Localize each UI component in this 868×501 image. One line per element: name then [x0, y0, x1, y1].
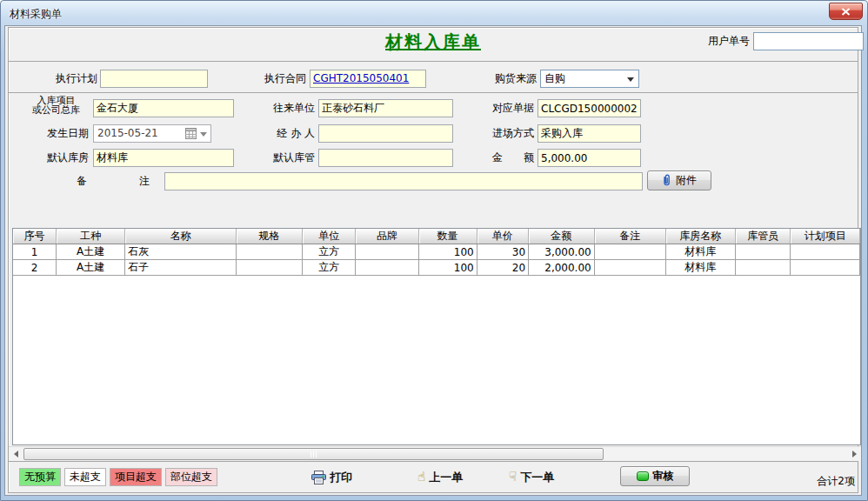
default-keeper-label: 默认库管: [240, 149, 315, 167]
scrollbar-thumb[interactable]: [23, 448, 604, 460]
column-header[interactable]: 数量: [418, 229, 477, 244]
column-header[interactable]: 规格: [237, 229, 303, 244]
status-badge: 部位超支: [165, 468, 217, 486]
horizontal-scrollbar[interactable]: [9, 446, 861, 460]
handler-label: 经 办 人: [240, 124, 315, 143]
column-header[interactable]: 金额: [529, 229, 595, 244]
calendar-icon: [185, 128, 197, 139]
table-cell[interactable]: [237, 260, 303, 276]
column-header[interactable]: 名称: [125, 229, 237, 244]
table-cell[interactable]: A土建: [57, 244, 125, 260]
close-icon: [841, 8, 851, 16]
titlebar[interactable]: 材料采购单: [1, 1, 867, 25]
divider: [9, 461, 858, 462]
table-cell[interactable]: 100: [418, 244, 477, 260]
table-cell[interactable]: 20: [477, 260, 528, 276]
table-header-row: 序号工种名称规格单位品牌数量单价金额备注库房名称库管员计划项目: [13, 229, 860, 244]
table-cell[interactable]: [735, 260, 791, 276]
table-cell[interactable]: 材料库: [665, 244, 735, 260]
handler-input[interactable]: [318, 124, 453, 143]
window-title: 材料采购单: [10, 7, 62, 22]
exec-plan-input[interactable]: [100, 70, 208, 88]
date-label: 发生日期: [21, 124, 89, 143]
column-header[interactable]: 品牌: [356, 229, 418, 244]
print-button[interactable]: 打印: [311, 468, 352, 486]
exec-contract-field[interactable]: CGHT2015050401: [310, 70, 426, 88]
table-cell[interactable]: 立方: [303, 260, 356, 276]
print-label: 打印: [330, 470, 352, 485]
divider: [9, 61, 858, 62]
remark-input[interactable]: [164, 172, 643, 190]
next-order-button[interactable]: ☟ 下一单: [509, 468, 554, 486]
audit-icon: [637, 471, 649, 481]
table-cell[interactable]: [356, 260, 418, 276]
table-cell[interactable]: [237, 244, 303, 260]
scroll-left-button[interactable]: [9, 447, 23, 461]
table-cell[interactable]: 2,000.00: [529, 260, 595, 276]
audit-label: 审核: [653, 469, 674, 484]
table-cell[interactable]: [356, 244, 418, 260]
column-header[interactable]: 备注: [594, 229, 665, 244]
column-header[interactable]: 工种: [57, 229, 125, 244]
default-warehouse-label: 默认库房: [21, 149, 89, 167]
chevron-down-icon: [200, 132, 207, 137]
column-header[interactable]: 计划项目: [791, 229, 860, 244]
items-table: 序号工种名称规格单位品牌数量单价金额备注库房名称库管员计划项目 1A土建石灰立方…: [12, 228, 861, 445]
exec-contract-link[interactable]: CGHT2015050401: [313, 72, 409, 84]
column-header[interactable]: 库管员: [735, 229, 791, 244]
counterparty-label: 往来单位: [240, 99, 315, 117]
entry-method-input[interactable]: [537, 124, 641, 143]
table-cell[interactable]: 1: [13, 244, 57, 260]
table-cell[interactable]: A土建: [57, 260, 125, 276]
audit-button[interactable]: 审核: [620, 466, 690, 486]
default-warehouse-input[interactable]: [93, 149, 234, 167]
hand-up-icon: ☝: [417, 471, 425, 484]
table-row[interactable]: 2A土建石子立方100202,000.00材料库: [13, 260, 860, 276]
scroll-right-button[interactable]: [847, 447, 861, 461]
column-header[interactable]: 单价: [477, 229, 528, 244]
client-area: 材料入库单 用户单号 执行计划 执行合同 CGHT2015050401 购货来源…: [4, 25, 862, 496]
user-no-input[interactable]: [753, 32, 864, 50]
table-cell[interactable]: 石灰: [125, 244, 237, 260]
divider: [9, 92, 858, 93]
table-cell[interactable]: 100: [418, 260, 477, 276]
total-count: 合计2项: [817, 474, 855, 489]
table-cell[interactable]: 30: [477, 244, 528, 260]
close-button[interactable]: [829, 3, 863, 20]
amount-label: 金 额: [457, 149, 534, 167]
remark-label: 备 注: [77, 172, 150, 190]
date-picker[interactable]: 2015-05-21: [93, 124, 211, 143]
table-cell[interactable]: [735, 244, 791, 260]
table-cell[interactable]: [594, 244, 665, 260]
column-header[interactable]: 单位: [303, 229, 356, 244]
amount-input[interactable]: [537, 149, 641, 167]
related-doc-input[interactable]: [537, 99, 641, 117]
entry-method-label: 进场方式: [457, 124, 534, 143]
column-header[interactable]: 序号: [13, 229, 57, 244]
counterparty-input[interactable]: [318, 99, 453, 117]
attachment-label: 附件: [676, 173, 697, 188]
project-input[interactable]: [93, 99, 234, 117]
arrow-left-icon: [14, 451, 18, 458]
table-cell[interactable]: [791, 260, 860, 276]
hand-down-icon: ☟: [509, 471, 517, 484]
table-cell[interactable]: [594, 260, 665, 276]
table-cell[interactable]: 2: [13, 260, 57, 276]
attachment-button[interactable]: 附件: [647, 170, 711, 190]
printer-icon: [311, 471, 326, 484]
table-row[interactable]: 1A土建石灰立方100303,000.00材料库: [13, 244, 860, 260]
project-label: 入库项目 或公司总库: [21, 96, 91, 115]
table-cell[interactable]: 立方: [303, 244, 356, 260]
exec-plan-label: 执行计划: [23, 70, 97, 88]
previous-order-button[interactable]: ☝ 上一单: [417, 468, 463, 486]
related-doc-label: 对应单据: [457, 99, 534, 117]
default-keeper-input[interactable]: [318, 149, 453, 167]
table-cell[interactable]: 石子: [125, 260, 237, 276]
date-value: 2015-05-21: [97, 127, 158, 139]
table-cell[interactable]: 材料库: [665, 260, 735, 276]
table-cell[interactable]: [791, 244, 860, 260]
table-cell[interactable]: 3,000.00: [529, 244, 595, 260]
source-select[interactable]: 自购: [540, 70, 639, 88]
source-label: 购货来源: [462, 70, 537, 88]
column-header[interactable]: 库房名称: [665, 229, 735, 244]
